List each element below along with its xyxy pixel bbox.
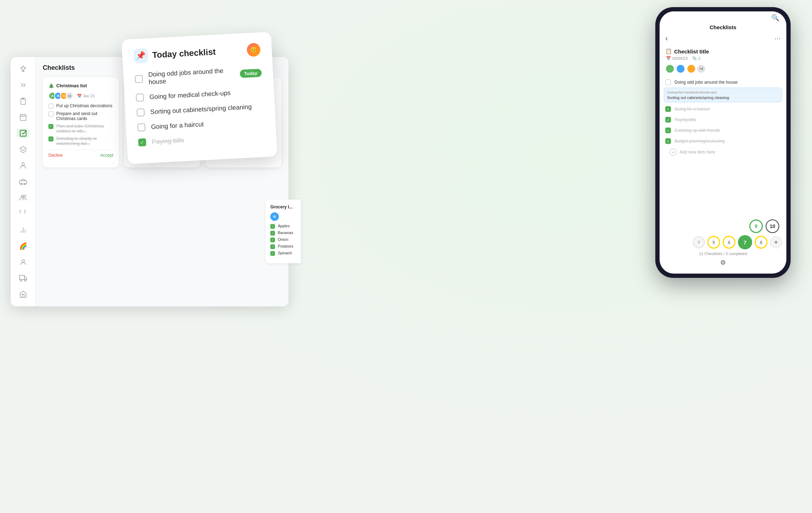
christmas-title: 🎄 Christmas list <box>48 83 87 88</box>
checkbox[interactable]: ✓ <box>270 231 275 235</box>
phone-attach: 📎 2 <box>692 56 701 61</box>
phone-add-circle[interactable]: + <box>670 149 677 156</box>
phone-nav: ‹ ⋯ <box>660 32 786 45</box>
phone-checkbox[interactable]: ✓ <box>665 106 671 112</box>
phone-avatar <box>687 64 696 73</box>
checkbox[interactable] <box>48 112 53 116</box>
svg-point-20 <box>20 280 22 281</box>
pin-icon: 📌 <box>134 48 149 63</box>
sidebar-icon-calendar[interactable] <box>17 113 30 122</box>
list-item: Put up Christmas decorations <box>48 103 113 109</box>
checkbox[interactable]: ✓ <box>270 238 275 242</box>
phone-editing-area[interactable]: Going for medical check-ups Sorting out … <box>664 88 782 102</box>
sidebar-icon-car[interactable] <box>17 177 30 186</box>
item-text: Onion <box>278 237 288 242</box>
list-item: ✓ Potatoes <box>270 244 296 249</box>
phone-checkbox[interactable]: ✓ <box>665 117 671 123</box>
today-checkbox[interactable] <box>136 108 145 116</box>
phone-add-item[interactable]: + Add new item here <box>664 146 782 158</box>
today-item-text: Sorting out cabinets/spring cleaning <box>150 103 252 116</box>
decline-button[interactable]: Decline <box>48 153 63 158</box>
num-circle-7[interactable]: 7 <box>738 235 752 249</box>
phone-wrapper: 🔍 Checklists ‹ ⋯ 📋 Checklist title 📅 <box>655 7 791 278</box>
num-circle-9[interactable]: 9 <box>749 219 763 233</box>
christmas-icon: 🎄 <box>48 83 54 88</box>
sidebar-icon-checklist[interactable] <box>17 129 30 138</box>
list-item: ✓ Apples <box>270 224 296 229</box>
sidebar-icon-truck[interactable] <box>17 274 30 283</box>
sidebar-icon-tree[interactable] <box>17 64 30 74</box>
phone-edit-line1: Going for medical check-ups <box>667 90 779 94</box>
today-checkbox[interactable] <box>135 75 143 83</box>
sidebar-icon-chevrons[interactable] <box>17 80 30 90</box>
phone-list-item: ✓ Budget planning/reviewing <box>664 136 782 146</box>
phone-header-label: Checklists <box>660 24 786 32</box>
sidebar-icon-layers[interactable] <box>17 145 30 154</box>
checkbox[interactable]: ✓ <box>48 136 53 141</box>
checkbox[interactable]: ✓ <box>48 124 53 129</box>
phone-filter-icon[interactable]: ⚙ <box>720 259 726 266</box>
item-text: Apples <box>278 224 290 228</box>
sidebar: 🌈 <box>11 57 36 306</box>
num-circle-5[interactable]: 5 <box>707 236 720 249</box>
sidebar-icon-home[interactable] <box>17 290 30 299</box>
today-list-item: Going for a haircut <box>137 117 265 132</box>
svg-marker-7 <box>20 146 26 150</box>
list-item: ✓ Spinach <box>270 251 296 256</box>
list-item: ✓ Bananas <box>270 230 296 235</box>
christmas-card: 🎄 Christmas list A B C +4 📅 Jun 21 Put <box>43 77 119 167</box>
sidebar-icon-clipboard[interactable] <box>17 96 30 106</box>
sidebar-icon-chart[interactable] <box>17 225 30 235</box>
today-item-text: Going for medical check-ups <box>149 89 231 101</box>
phone-checklist-header: 📋 Checklist title 📅 03/04/23 📎 2 <box>660 45 786 62</box>
today-list-item: Doing odd jobs around the house Today <box>135 65 262 87</box>
item-text: Plan and bake Christmas cookies or oth..… <box>56 124 113 134</box>
num-circle-plus[interactable]: + <box>770 236 782 248</box>
today-item-text: Going for a haircut <box>151 120 204 131</box>
item-text: Put up Christmas decorations <box>56 103 112 108</box>
svg-point-8 <box>22 163 24 165</box>
list-item: ✓ Donating to charity or volunteering du… <box>48 136 113 146</box>
sidebar-icon-people[interactable] <box>17 193 30 203</box>
phone-back-button[interactable]: ‹ <box>665 34 668 43</box>
today-checkbox[interactable] <box>136 93 144 102</box>
today-checkbox[interactable] <box>137 123 146 131</box>
svg-rect-6 <box>20 130 26 136</box>
svg-rect-18 <box>19 275 24 280</box>
phone-checkbox[interactable]: ✓ <box>665 138 671 144</box>
accept-button[interactable]: Accept <box>100 153 113 158</box>
num-circle-4[interactable]: 4 <box>693 236 705 248</box>
num-circle-10[interactable]: 10 <box>766 219 779 233</box>
phone-search-icon[interactable]: 🔍 <box>771 14 779 22</box>
phone-menu-button[interactable]: ⋯ <box>774 35 781 42</box>
phone-item-text: Paying bills <box>675 117 696 122</box>
today-item-text: Doing odd jobs around the house <box>148 67 235 86</box>
phone-edit-line2: Sorting out cabinets/spring cleaning <box>667 95 779 100</box>
phone-list-item: Doing odd jobs around the house <box>664 77 782 88</box>
grocery-title: Grocery l... <box>270 204 296 209</box>
phone-checkbox[interactable]: ✓ <box>665 128 671 133</box>
sidebar-icon-rainbow[interactable]: 🌈 <box>17 241 30 251</box>
sidebar-icon-cloud[interactable] <box>17 209 30 219</box>
phone-list-item: ✓ Going for a haircut <box>664 104 782 114</box>
today-badge: Today <box>240 68 262 78</box>
phone-list-item: ✓ Paying bills <box>664 114 782 125</box>
phone-checklist-meta: 📅 03/04/23 📎 2 <box>665 56 781 61</box>
num-circle-6[interactable]: 6 <box>723 236 735 249</box>
checkbox[interactable] <box>48 104 53 109</box>
sidebar-icon-person[interactable] <box>17 161 30 170</box>
checkbox[interactable]: ✓ <box>270 244 275 249</box>
sidebar-icon-user[interactable] <box>17 257 30 267</box>
today-list-item: ✓ Paying bills <box>138 132 265 147</box>
checkbox[interactable]: ✓ <box>270 224 275 229</box>
phone-checkbox[interactable] <box>665 79 671 85</box>
num-circle-8[interactable]: 8 <box>755 236 767 249</box>
christmas-date: 📅 Jun 21 <box>77 94 95 98</box>
today-avatar: 😊 <box>246 43 261 57</box>
phone-screen: 🔍 Checklists ‹ ⋯ 📋 Checklist title 📅 <box>660 11 786 274</box>
list-item: ✓ Plan and bake Christmas cookies or oth… <box>48 124 113 134</box>
today-card: 📌 Today checklist 😊 Doing odd jobs aroun… <box>121 32 277 164</box>
item-text: Prepare and send out Christmas cards <box>56 111 113 121</box>
checkbox[interactable]: ✓ <box>270 251 275 256</box>
today-checkbox[interactable]: ✓ <box>138 138 146 146</box>
